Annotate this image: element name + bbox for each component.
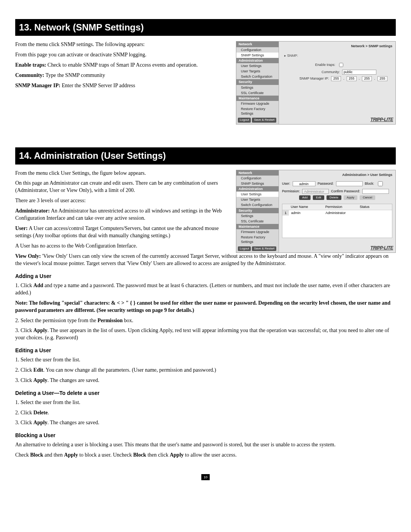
editing-s2c: . You can now change all the parameters.… xyxy=(43,367,217,373)
s13-community-rest: Type the SNMP community xyxy=(44,72,105,78)
s2-item-fw[interactable]: Firmware Upgrade xyxy=(236,229,279,235)
section-13-text: From the menu click SNMP settings. The f… xyxy=(15,41,230,125)
row-perm: Administrator xyxy=(323,210,357,216)
deleting-s3c: . The changes are saved. xyxy=(47,420,99,425)
editing-s2: 2. Click Edit. You can now change all th… xyxy=(15,367,396,374)
user-label2: User: xyxy=(282,181,290,186)
s13-community-label: Community: xyxy=(15,72,44,78)
deleting-s2: 2. Click Delete. xyxy=(15,409,396,417)
deleting-s3: 3. Click Apply. The changes are saved. xyxy=(15,419,396,427)
snmp-screenshot: Network Configuration SNMP Settings Admi… xyxy=(236,41,396,125)
adding-s1b: Add xyxy=(33,283,43,288)
ip-octet-2[interactable] xyxy=(347,76,357,81)
s2-item-snmp[interactable]: SNMP Settings xyxy=(236,181,279,186)
shot1-sidebar: Network Configuration SNMP Settings Admi… xyxy=(236,42,279,124)
admin-label: Administrator: xyxy=(15,208,50,214)
s2-cat-maint: Maintenance xyxy=(236,224,279,229)
side-item-fw[interactable]: Firmware Upgrade xyxy=(236,101,279,106)
adding-s2c: box. xyxy=(123,318,133,323)
block-checkbox[interactable] xyxy=(378,181,383,186)
shot2-main: Administration > User Settings User: adm… xyxy=(279,170,395,253)
s13-mgrip: SNMP Manager IP: Enter the SNMP Server I… xyxy=(15,82,230,89)
perm-label: Permission: xyxy=(282,189,300,193)
s2-item-targets[interactable]: User Targets xyxy=(236,197,279,202)
s2-item-restore[interactable]: Restore Factory Settings xyxy=(236,235,279,244)
s2-item-switch[interactable]: Switch Configuration xyxy=(236,202,279,208)
adding-s3: 3. Click Apply. The user appears in the … xyxy=(15,327,396,342)
editing-s2a: 2. Click xyxy=(15,367,33,373)
s13-enable-rest: Check to enable SNMP traps of Smart IP A… xyxy=(46,62,198,68)
adding-s2b: Permission xyxy=(97,318,123,323)
deleting-s2b: Delete xyxy=(33,410,48,415)
bp2e: to block a user. Uncheck xyxy=(78,452,133,458)
save-restart-button[interactable]: Save & Restart xyxy=(252,118,276,123)
s13-enable: Enable traps: Check to enable SNMP traps… xyxy=(15,62,230,69)
s2-item-user[interactable]: User Settings xyxy=(236,192,279,197)
side-item-restore[interactable]: Restore Factory Settings xyxy=(236,106,279,116)
shot1-main: Network > SNMP settings ▸ SNMP: Enable t… xyxy=(279,42,395,124)
s2-item-sec-settings[interactable]: Settings xyxy=(236,213,279,219)
s2-logout-button[interactable]: Logout xyxy=(238,246,251,251)
s2-item-ssl[interactable]: SSL Certificate xyxy=(236,219,279,224)
ip-octet-4[interactable] xyxy=(378,76,387,81)
blocking-p1: An alternative to deleting a user is blo… xyxy=(15,441,396,449)
logout-button[interactable]: Logout xyxy=(238,118,251,123)
side-item-sec-settings[interactable]: Settings xyxy=(236,85,279,90)
col-permission: Permission xyxy=(323,204,358,209)
tripp-lite-logo: TRIPP·LITE xyxy=(370,117,393,123)
edit-button[interactable]: Edit xyxy=(313,195,324,200)
side-item-switch[interactable]: Switch Configuration xyxy=(236,74,279,79)
delete-button[interactable]: Delete xyxy=(327,195,341,200)
table-row[interactable]: 1 admin Administrator xyxy=(282,210,392,216)
side-item-user[interactable]: User Settings xyxy=(236,63,279,69)
editing-s1: 1. Select the user from the list. xyxy=(15,356,396,364)
bp2d: Apply xyxy=(64,452,78,458)
add-button[interactable]: Add xyxy=(299,195,311,200)
shot2-breadcrumb: Administration > User Settings xyxy=(282,172,392,180)
adding-heading: Adding a User xyxy=(15,273,396,280)
community-input[interactable] xyxy=(342,70,376,75)
editing-heading: Editing a User xyxy=(15,347,396,354)
side-cat-network: Network xyxy=(236,42,279,47)
s14-user: User: A User can access/control Target C… xyxy=(15,225,230,240)
side-item-targets[interactable]: User Targets xyxy=(236,69,279,74)
user-field[interactable]: admin xyxy=(293,181,315,186)
editing-s2b: Edit xyxy=(33,367,43,373)
confirm-password-field[interactable] xyxy=(362,189,389,194)
permission-select[interactable]: Administrator xyxy=(302,189,329,194)
user-settings-screenshot: Network Configuration SNMP Settings Admi… xyxy=(236,170,396,253)
s2-item-config[interactable]: Configuration xyxy=(236,176,279,181)
side-cat-sec: Security xyxy=(236,79,279,85)
side-item-snmp[interactable]: SNMP Settings xyxy=(236,53,279,58)
row-status xyxy=(358,210,392,216)
ip-octet-3[interactable] xyxy=(362,76,372,81)
bp2a: Check xyxy=(15,452,30,458)
pass-label: Password: xyxy=(318,181,334,186)
user-rest: A User can access/control Target Compute… xyxy=(15,225,219,238)
mgr-ip-label: SNMP Manager IP: xyxy=(287,76,329,81)
apply-button[interactable]: Apply xyxy=(344,195,357,200)
shot2-sidebar: Network Configuration SNMP Settings Admi… xyxy=(236,170,279,253)
s2-save-restart-button[interactable]: Save & Restart xyxy=(252,246,276,251)
view-rest: 'View Only' Users can only view the scre… xyxy=(15,253,389,266)
password-field[interactable] xyxy=(336,181,363,186)
side-item-config[interactable]: Configuration xyxy=(236,47,279,53)
page-number: 10 xyxy=(201,474,210,480)
s13-p2: From this page you can activate or deact… xyxy=(15,51,230,59)
blocking-p2: Check Block and then Apply to block a us… xyxy=(15,452,396,459)
enable-traps-checkbox[interactable] xyxy=(339,63,343,67)
cancel-button[interactable]: Cancel xyxy=(360,195,375,200)
s13-mgrip-rest: Enter the SNMP Server IP address xyxy=(61,83,135,88)
col-status: Status xyxy=(357,204,392,209)
s13-enable-label: Enable traps: xyxy=(15,62,46,68)
editing-s3b: Apply xyxy=(33,377,48,383)
deleting-heading: Deleting a User—To delete a user xyxy=(15,390,396,397)
ip-octet-1[interactable] xyxy=(331,76,341,81)
snmp-title-label: ▸ SNMP: xyxy=(282,52,392,60)
deleting-s3b: Apply xyxy=(33,420,48,425)
s14-p1: From the menu click User Settings, the f… xyxy=(15,170,230,177)
side-item-ssl[interactable]: SSL Certificate xyxy=(236,90,279,96)
s2-cat-sec: Security xyxy=(236,208,279,213)
deleting-s2a: 2. Click xyxy=(15,410,33,415)
s13-p1: From the menu click SNMP settings. The f… xyxy=(15,41,230,48)
